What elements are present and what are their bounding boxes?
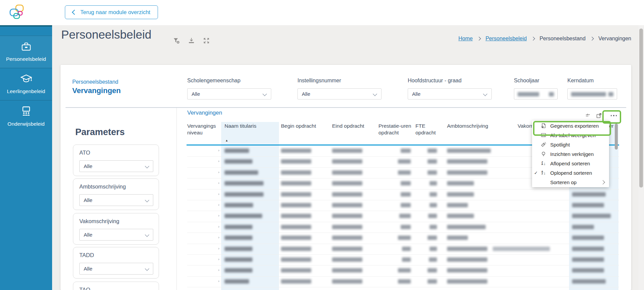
redacted-cell bbox=[281, 268, 311, 273]
filter-dropdown-schooljaar[interactable] bbox=[514, 88, 558, 99]
redacted-cell bbox=[572, 214, 611, 218]
filter-dropdown-hoofdstructuur-graad[interactable]: Alle bbox=[408, 88, 492, 99]
sort-descending-icon: ZA↓ bbox=[540, 161, 547, 166]
redacted-cell bbox=[281, 159, 311, 164]
expand-icon[interactable] bbox=[203, 37, 210, 44]
chevron-down-icon bbox=[263, 92, 267, 96]
menu-item-als-tabel-weergeven[interactable]: Als tabel weergeven bbox=[532, 130, 609, 140]
menu-item-label: Als tabel weergeven bbox=[550, 132, 606, 138]
filter-dropdown-scholengemeenschap[interactable]: Alle bbox=[187, 88, 271, 99]
table-row[interactable]: › bbox=[187, 200, 619, 211]
menu-item-gegevens-exporteren[interactable]: Gegevens exporteren bbox=[532, 121, 609, 130]
export-data-icon bbox=[540, 123, 547, 128]
topbar: Terug naar module overzicht bbox=[0, 0, 644, 25]
table-row[interactable]: › bbox=[187, 211, 619, 222]
parameter-dropdown-vakomschrijving[interactable]: Alle bbox=[79, 229, 153, 241]
redacted-cell bbox=[225, 203, 253, 207]
chevron-right-icon bbox=[601, 180, 605, 184]
table-row[interactable]: › bbox=[187, 276, 619, 287]
parameter-dropdown-ambtsomschrijving[interactable]: Alle bbox=[79, 194, 153, 206]
redacted-cell bbox=[428, 159, 437, 164]
column-header-fte-opdracht[interactable]: FTE opdracht bbox=[415, 123, 436, 136]
filter-group-kerndatum: Kerndatum bbox=[567, 78, 617, 99]
redacted-cell bbox=[225, 225, 252, 229]
parameter-value: Alle bbox=[84, 163, 92, 169]
filter-dropdown-instellingsnummer[interactable]: Alle bbox=[297, 88, 381, 99]
breadcrumb-item-home[interactable]: Home bbox=[458, 36, 473, 42]
report-card: Personeelsbestand Vervangingen Scholenge… bbox=[61, 65, 631, 290]
column-header-naam-titularis[interactable]: Naam titularis bbox=[225, 123, 268, 129]
parameter-dropdown-tadd[interactable]: Alle bbox=[79, 263, 153, 275]
parameter-card-vakomschrijving: VakomschrijvingAlle bbox=[73, 213, 159, 245]
filter-value: Alle bbox=[412, 91, 420, 97]
breadcrumb: HomePersoneelsbeleidPersoneelsbestandVer… bbox=[458, 36, 631, 42]
popout-icon[interactable] bbox=[596, 113, 602, 119]
page-scrollbar-track[interactable] bbox=[638, 25, 644, 290]
menu-item-inzichten-verkrijgen[interactable]: Inzichten verkrijgen bbox=[532, 149, 609, 159]
column-header-eind-opdracht[interactable]: Eind opdracht bbox=[332, 123, 376, 129]
table-row[interactable]: › bbox=[187, 222, 619, 233]
sidebar-item-leerlingenbeleid[interactable]: Leerlingenbeleid bbox=[0, 68, 52, 100]
parameter-dropdown-ato[interactable]: Alle bbox=[79, 160, 153, 172]
checkmark-icon: ✓ bbox=[534, 170, 540, 175]
table-row[interactable]: › bbox=[187, 233, 619, 244]
sidebar-item-onderwijsbeleid[interactable]: Onderwijsbeleid bbox=[0, 100, 52, 132]
redacted-cell bbox=[332, 149, 362, 153]
parameter-label: TADD bbox=[79, 252, 94, 258]
redacted-cell bbox=[332, 257, 362, 262]
chevron-down-icon bbox=[483, 92, 487, 96]
row-expand-icon: › bbox=[218, 279, 219, 283]
redacted-cell bbox=[225, 247, 252, 251]
page-scrollbar-thumb[interactable] bbox=[639, 29, 643, 188]
clear-filters-icon[interactable] bbox=[173, 37, 180, 44]
column-header-vervangings-niveau[interactable]: Vervangings niveau bbox=[187, 123, 221, 136]
table-scrollbar-thumb[interactable] bbox=[615, 124, 618, 150]
redacted-cell bbox=[447, 170, 487, 175]
sort-ascending-icon: AZ↓ bbox=[540, 170, 547, 175]
download-icon[interactable] bbox=[188, 37, 195, 44]
redacted-cell bbox=[225, 181, 264, 185]
redacted-cell bbox=[430, 247, 437, 251]
row-expand-icon: › bbox=[218, 192, 219, 196]
table-row[interactable]: › bbox=[187, 265, 619, 276]
row-expand-icon: › bbox=[218, 159, 219, 163]
app: Terug naar module overzicht Personeelsbe… bbox=[0, 0, 644, 290]
sidebar-item-personeelsbeleid[interactable]: Personeelsbeleid bbox=[0, 36, 52, 68]
column-header-prestatie-uren-opdracht[interactable]: Prestatie-uren opdracht bbox=[378, 123, 415, 136]
back-to-modules-button[interactable]: Terug naar module overzicht bbox=[65, 5, 158, 19]
chevron-down-icon bbox=[145, 266, 149, 271]
menu-item-spotlight[interactable]: Spotlight bbox=[532, 140, 609, 149]
more-options-icon bbox=[616, 115, 617, 116]
graduation-cap-icon bbox=[20, 74, 32, 85]
table-row[interactable]: › bbox=[187, 254, 619, 265]
parameter-label: ATO bbox=[79, 150, 90, 156]
menu-item-oplopend-sorteren[interactable]: ✓AZ↓Oplopend sorteren bbox=[532, 168, 609, 177]
more-options-button[interactable] bbox=[607, 111, 620, 120]
redacted-cell bbox=[398, 279, 411, 284]
filter-dropdown-kerndatum[interactable] bbox=[567, 88, 617, 99]
redacted-cell bbox=[429, 257, 437, 262]
column-header-begin-opdracht[interactable]: Begin opdracht bbox=[281, 123, 328, 129]
redacted-cell bbox=[401, 181, 411, 185]
row-expand-icon: › bbox=[218, 181, 219, 185]
menu-item-aflopend-sorteren[interactable]: ZA↓Aflopend sorteren bbox=[532, 159, 609, 168]
filter-value: Alle bbox=[302, 91, 310, 97]
sidebar: PersoneelsbeleidLeerlingenbeleidOnderwij… bbox=[0, 25, 52, 290]
classroom-icon bbox=[20, 106, 32, 118]
table-row[interactable]: › bbox=[187, 244, 619, 255]
redacted-cell bbox=[430, 181, 437, 185]
menu-item-sorteren-op[interactable]: Sorteren op bbox=[532, 177, 609, 187]
sort-ascending-indicator: ▲ bbox=[225, 139, 228, 142]
column-header-ambtomschrijving[interactable]: Ambtomschrijving bbox=[447, 123, 514, 129]
redacted-cell bbox=[225, 268, 252, 273]
breadcrumb-item-personeelsbeleid[interactable]: Personeelsbeleid bbox=[485, 36, 527, 42]
vertical-divider bbox=[176, 108, 177, 290]
redacted-cell bbox=[430, 203, 437, 207]
redacted-cell bbox=[572, 247, 604, 251]
filter-icon[interactable] bbox=[585, 113, 591, 119]
parameter-label: TAO bbox=[79, 287, 90, 290]
table-row[interactable]: › bbox=[187, 189, 619, 200]
redacted-cell bbox=[332, 247, 362, 251]
sidebar-item-label: Leerlingenbeleid bbox=[7, 88, 45, 94]
parameter-value: Alle bbox=[84, 266, 92, 272]
